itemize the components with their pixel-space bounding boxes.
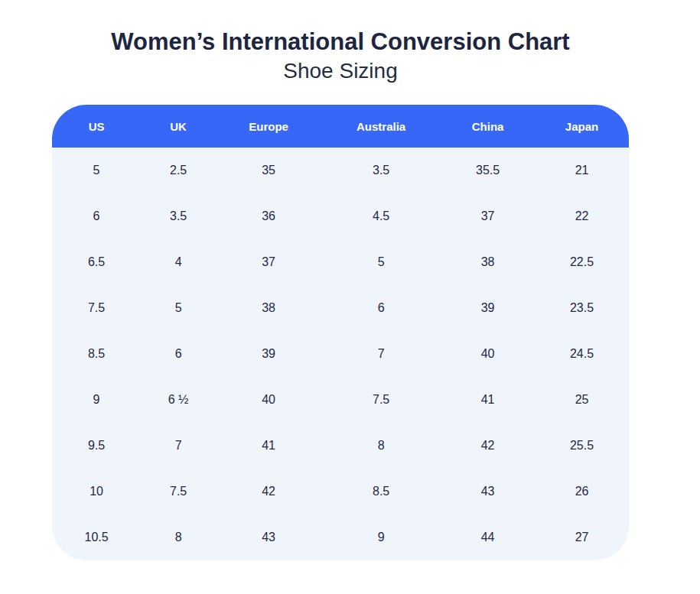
size-cell: 22.5 bbox=[535, 239, 629, 285]
size-cell: 39 bbox=[441, 285, 535, 331]
size-cell: 6 ½ bbox=[141, 377, 216, 423]
content-column: Women’s International Conversion Chart S… bbox=[52, 0, 629, 560]
size-cell: 36 bbox=[216, 193, 321, 239]
size-cell: 41 bbox=[441, 377, 535, 423]
size-cell: 43 bbox=[216, 514, 321, 560]
size-cell: 39 bbox=[216, 331, 321, 377]
size-cell: 40 bbox=[441, 331, 535, 377]
size-cell: 5 bbox=[321, 239, 441, 285]
size-cell: 37 bbox=[441, 193, 535, 239]
page-subtitle: Shoe Sizing bbox=[52, 57, 629, 84]
size-cell: 7.5 bbox=[52, 285, 141, 331]
page-title: Women’s International Conversion Chart bbox=[52, 28, 629, 56]
size-cell: 38 bbox=[216, 285, 321, 331]
size-cell: 6.5 bbox=[52, 239, 141, 285]
size-cell: 8 bbox=[141, 514, 216, 560]
size-cell: 41 bbox=[216, 423, 321, 469]
size-cell: 38 bbox=[441, 239, 535, 285]
size-cell: 9 bbox=[321, 514, 441, 560]
size-cell: 26 bbox=[535, 469, 629, 514]
table-body: 52.5353.535.52163.5364.537226.543753822.… bbox=[52, 148, 629, 560]
size-cell: 22 bbox=[535, 193, 629, 239]
page: Women’s International Conversion Chart S… bbox=[0, 0, 700, 594]
size-cell: 4.5 bbox=[321, 193, 441, 239]
table-row: 7.553863923.5 bbox=[52, 285, 629, 331]
column-header-china: China bbox=[441, 105, 535, 148]
size-cell: 9 bbox=[52, 377, 141, 423]
size-cell: 8.5 bbox=[52, 331, 141, 377]
column-header-europe: Europe bbox=[216, 105, 321, 148]
size-cell: 6 bbox=[141, 331, 216, 377]
column-header-uk: UK bbox=[141, 105, 216, 148]
conversion-table: USUKEuropeAustraliaChinaJapan 52.5353.53… bbox=[52, 105, 629, 560]
size-cell: 25.5 bbox=[535, 423, 629, 469]
size-cell: 40 bbox=[216, 377, 321, 423]
table-row: 96 ½407.54125 bbox=[52, 377, 629, 423]
size-cell: 21 bbox=[535, 148, 629, 193]
size-cell: 5 bbox=[141, 285, 216, 331]
table-row: 8.563974024.5 bbox=[52, 331, 629, 377]
size-cell: 7 bbox=[141, 423, 216, 469]
table-header-row: USUKEuropeAustraliaChinaJapan bbox=[52, 105, 629, 148]
title-block: Women’s International Conversion Chart S… bbox=[52, 0, 629, 84]
size-cell: 42 bbox=[216, 469, 321, 514]
size-cell: 2.5 bbox=[141, 148, 216, 193]
size-cell: 9.5 bbox=[52, 423, 141, 469]
size-cell: 10 bbox=[52, 469, 141, 514]
size-cell: 35.5 bbox=[441, 148, 535, 193]
size-cell: 42 bbox=[441, 423, 535, 469]
size-cell: 6 bbox=[52, 193, 141, 239]
size-cell: 44 bbox=[441, 514, 535, 560]
table-row: 63.5364.53722 bbox=[52, 193, 629, 239]
table-header: USUKEuropeAustraliaChinaJapan bbox=[52, 105, 629, 148]
size-cell: 10.5 bbox=[52, 514, 141, 560]
column-header-us: US bbox=[52, 105, 141, 148]
size-cell: 3.5 bbox=[321, 148, 441, 193]
size-cell: 8 bbox=[321, 423, 441, 469]
size-cell: 37 bbox=[216, 239, 321, 285]
size-cell: 5 bbox=[52, 148, 141, 193]
size-cell: 3.5 bbox=[141, 193, 216, 239]
size-cell: 25 bbox=[535, 377, 629, 423]
size-cell: 6 bbox=[321, 285, 441, 331]
size-cell: 27 bbox=[535, 514, 629, 560]
size-cell: 7.5 bbox=[141, 469, 216, 514]
column-header-japan: Japan bbox=[535, 105, 629, 148]
table-row: 107.5428.54326 bbox=[52, 469, 629, 514]
conversion-table-wrap: USUKEuropeAustraliaChinaJapan 52.5353.53… bbox=[52, 105, 629, 560]
size-cell: 7.5 bbox=[321, 377, 441, 423]
table-row: 6.543753822.5 bbox=[52, 239, 629, 285]
size-cell: 7 bbox=[321, 331, 441, 377]
size-cell: 23.5 bbox=[535, 285, 629, 331]
column-header-australia: Australia bbox=[321, 105, 441, 148]
table-row: 9.574184225.5 bbox=[52, 423, 629, 469]
size-cell: 8.5 bbox=[321, 469, 441, 514]
size-cell: 24.5 bbox=[535, 331, 629, 377]
size-cell: 4 bbox=[141, 239, 216, 285]
size-cell: 35 bbox=[216, 148, 321, 193]
table-row: 10.584394427 bbox=[52, 514, 629, 560]
table-row: 52.5353.535.521 bbox=[52, 148, 629, 193]
size-cell: 43 bbox=[441, 469, 535, 514]
